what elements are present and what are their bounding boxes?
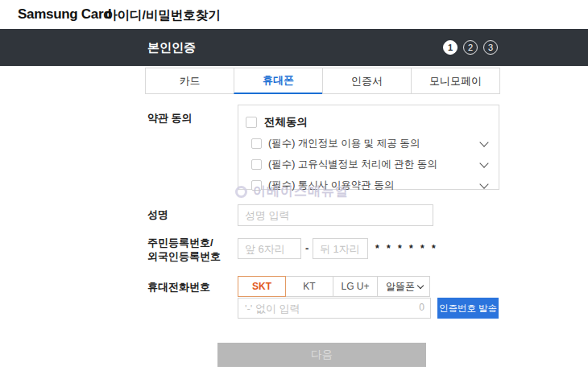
section-title: 본인인증 xyxy=(147,29,196,66)
terms-item-telecom: (필수) 통신사 이용약관 동의 xyxy=(238,171,499,192)
terms-item-label: (필수) 고유식별정보 처리에 관한 동의 xyxy=(268,158,474,171)
step-1-badge: 1 xyxy=(443,40,458,55)
tab-certificate[interactable]: 인증서 xyxy=(322,68,412,94)
all-agree-label: 전체동의 xyxy=(264,115,308,130)
page-title: 아이디/비밀번호찾기 xyxy=(105,7,221,24)
carrier-skt-button[interactable]: SKT xyxy=(238,276,286,297)
step-2-badge: 2 xyxy=(463,40,478,55)
rrn-label-line2: 외국인등록번호 xyxy=(147,250,221,262)
carrier-button-group: SKT KT LG U+ 알뜰폰 xyxy=(238,276,430,297)
tab-mobile[interactable]: 휴대폰 xyxy=(234,68,323,94)
phone-input-wrap: 0 xyxy=(238,298,431,319)
tab-monimopay[interactable]: 모니모페이 xyxy=(411,68,500,94)
name-input[interactable] xyxy=(238,204,433,226)
rrn-front-input[interactable] xyxy=(238,238,301,259)
telecom-checkbox[interactable] xyxy=(251,180,262,191)
rrn-masked-digits: * * * * * * xyxy=(375,243,438,254)
rrn-separator: - xyxy=(305,242,308,254)
identity-verification-page: Samsung Card 아이디/비밀번호찾기 본인인증 1 2 3 카드 휴대… xyxy=(0,0,588,391)
step-3-badge: 3 xyxy=(483,40,498,55)
step-indicator: 1 2 3 xyxy=(443,40,498,55)
auth-method-tabs: 카드 휴대폰 인증서 모니모페이 xyxy=(145,68,500,94)
carrier-kt-button[interactable]: KT xyxy=(285,276,333,297)
samsung-card-logo: Samsung Card xyxy=(18,6,111,23)
terms-all-row: 전체동의 xyxy=(238,105,499,130)
phone-char-count: 0 xyxy=(419,302,424,313)
rrn-label: 주민등록번호/ 외국인등록번호 xyxy=(147,236,221,263)
step-header-bar: 본인인증 1 2 3 xyxy=(0,29,588,66)
phone-label: 휴대전화번호 xyxy=(147,280,210,294)
terms-item-privacy: (필수) 개인정보 이용 및 제공 동의 xyxy=(238,130,499,150)
terms-item-label: (필수) 통신사 이용약관 동의 xyxy=(268,179,474,192)
rrn-back-input[interactable] xyxy=(313,238,368,259)
send-verification-code-button[interactable]: 인증번호 발송 xyxy=(437,298,499,319)
chevron-down-icon[interactable] xyxy=(479,158,488,167)
privacy-checkbox[interactable] xyxy=(251,138,262,149)
terms-box: 전체동의 (필수) 개인정보 이용 및 제공 동의 (필수) 고유식별정보 처리… xyxy=(238,105,499,190)
mvno-carrier-select[interactable]: 알뜰폰 xyxy=(377,276,430,297)
terms-label: 약관 동의 xyxy=(147,111,193,126)
phone-number-input[interactable] xyxy=(238,298,431,319)
terms-item-unique-id: (필수) 고유식별정보 처리에 관한 동의 xyxy=(238,150,499,171)
chevron-down-icon[interactable] xyxy=(479,138,488,146)
next-button[interactable]: 다음 xyxy=(217,343,426,367)
unique-id-checkbox[interactable] xyxy=(251,159,262,170)
name-label: 성명 xyxy=(147,208,168,222)
tab-card[interactable]: 카드 xyxy=(145,68,234,94)
chevron-down-icon[interactable] xyxy=(479,179,488,188)
terms-item-label: (필수) 개인정보 이용 및 제공 동의 xyxy=(268,137,474,150)
mvno-selected-value: 알뜰폰 xyxy=(386,280,415,294)
carrier-lgu-button[interactable]: LG U+ xyxy=(333,276,378,297)
all-agree-checkbox[interactable] xyxy=(246,117,257,128)
rrn-label-line1: 주민등록번호/ xyxy=(147,237,213,249)
top-header: Samsung Card 아이디/비밀번호찾기 xyxy=(0,0,588,29)
chevron-down-icon xyxy=(417,282,424,288)
